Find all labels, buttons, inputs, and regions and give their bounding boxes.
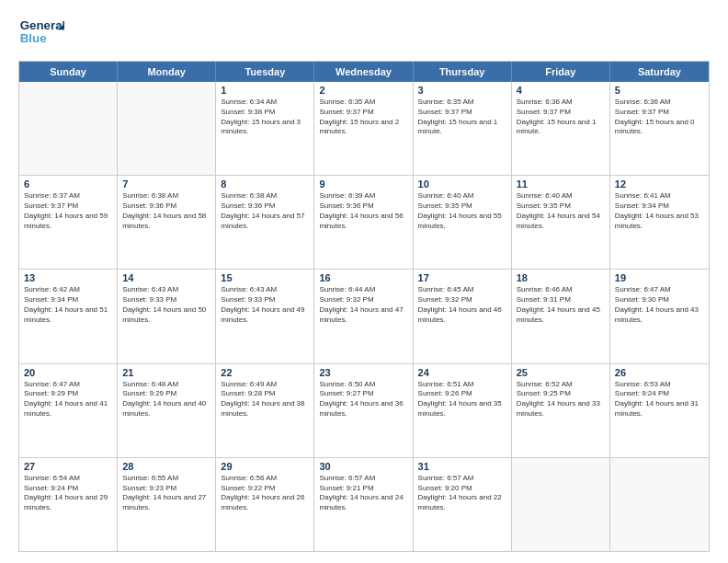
- logo-icon: General Blue: [18, 15, 64, 52]
- day-number: 8: [221, 178, 309, 190]
- day-number: 13: [24, 272, 112, 283]
- empty-cell: [19, 82, 118, 175]
- calendar: SundayMondayTuesdayWednesdayThursdayFrid…: [18, 61, 710, 552]
- empty-cell: [610, 458, 709, 551]
- day-cell-17: 17Sunrise: 6:45 AMSunset: 9:32 PMDayligh…: [414, 270, 512, 362]
- cell-info: Sunrise: 6:48 AMSunset: 9:29 PMDaylight:…: [122, 380, 210, 419]
- cell-info: Sunrise: 6:47 AMSunset: 9:29 PMDaylight:…: [24, 380, 112, 419]
- day-number: 23: [319, 367, 407, 378]
- empty-cell: [118, 82, 216, 175]
- cell-info: Sunrise: 6:36 AMSunset: 9:37 PMDaylight:…: [615, 98, 704, 137]
- empty-cell: [512, 458, 610, 551]
- day-cell-13: 13Sunrise: 6:42 AMSunset: 9:34 PMDayligh…: [19, 270, 118, 362]
- day-cell-24: 24Sunrise: 6:51 AMSunset: 9:26 PMDayligh…: [414, 364, 512, 457]
- calendar-row-4: 27Sunrise: 6:54 AMSunset: 9:24 PMDayligh…: [19, 457, 709, 551]
- day-number: 31: [418, 461, 506, 472]
- day-number: 5: [615, 85, 704, 96]
- cell-info: Sunrise: 6:46 AMSunset: 9:31 PMDaylight:…: [517, 285, 605, 325]
- weekday-header-sunday: Sunday: [19, 62, 118, 82]
- cell-info: Sunrise: 6:57 AMSunset: 9:20 PMDaylight:…: [418, 474, 506, 513]
- cell-info: Sunrise: 6:34 AMSunset: 9:38 PMDaylight:…: [221, 98, 309, 137]
- day-number: 4: [517, 85, 605, 96]
- cell-info: Sunrise: 6:41 AMSunset: 9:34 PMDaylight:…: [615, 191, 704, 231]
- day-cell-18: 18Sunrise: 6:46 AMSunset: 9:31 PMDayligh…: [512, 270, 610, 362]
- day-number: 26: [615, 367, 704, 378]
- day-number: 21: [122, 367, 210, 378]
- weekday-header-thursday: Thursday: [414, 62, 512, 82]
- day-cell-5: 5Sunrise: 6:36 AMSunset: 9:37 PMDaylight…: [610, 82, 709, 175]
- svg-text:Blue: Blue: [20, 31, 47, 45]
- day-cell-3: 3Sunrise: 6:35 AMSunset: 9:37 PMDaylight…: [414, 82, 512, 175]
- cell-info: Sunrise: 6:50 AMSunset: 9:27 PMDaylight:…: [319, 380, 407, 419]
- day-cell-14: 14Sunrise: 6:43 AMSunset: 9:33 PMDayligh…: [118, 270, 216, 362]
- calendar-header: SundayMondayTuesdayWednesdayThursdayFrid…: [19, 62, 709, 82]
- day-number: 22: [221, 367, 309, 378]
- day-number: 30: [319, 461, 407, 472]
- cell-info: Sunrise: 6:37 AMSunset: 9:37 PMDaylight:…: [24, 191, 112, 231]
- cell-info: Sunrise: 6:45 AMSunset: 9:32 PMDaylight:…: [418, 285, 506, 325]
- cell-info: Sunrise: 6:53 AMSunset: 9:24 PMDaylight:…: [615, 380, 704, 419]
- day-cell-6: 6Sunrise: 6:37 AMSunset: 9:37 PMDaylight…: [19, 176, 118, 269]
- cell-info: Sunrise: 6:43 AMSunset: 9:33 PMDaylight:…: [221, 285, 309, 325]
- cell-info: Sunrise: 6:52 AMSunset: 9:25 PMDaylight:…: [517, 380, 605, 419]
- day-number: 2: [319, 85, 407, 96]
- day-cell-28: 28Sunrise: 6:55 AMSunset: 9:23 PMDayligh…: [118, 458, 216, 551]
- day-cell-8: 8Sunrise: 6:38 AMSunset: 9:36 PMDaylight…: [216, 176, 314, 269]
- day-number: 12: [615, 178, 704, 190]
- cell-info: Sunrise: 6:49 AMSunset: 9:28 PMDaylight:…: [221, 380, 309, 419]
- cell-info: Sunrise: 6:42 AMSunset: 9:34 PMDaylight:…: [24, 285, 112, 325]
- day-number: 15: [221, 272, 309, 283]
- day-number: 10: [418, 178, 506, 190]
- day-number: 1: [221, 85, 309, 96]
- weekday-header-wednesday: Wednesday: [314, 62, 413, 82]
- day-cell-11: 11Sunrise: 6:40 AMSunset: 9:35 PMDayligh…: [512, 176, 610, 269]
- day-cell-16: 16Sunrise: 6:44 AMSunset: 9:32 PMDayligh…: [314, 270, 413, 362]
- cell-info: Sunrise: 6:38 AMSunset: 9:36 PMDaylight:…: [221, 191, 309, 231]
- day-number: 19: [615, 272, 704, 283]
- day-number: 29: [221, 461, 309, 472]
- page: General Blue SundayMondayTuesdayWednesda…: [0, 0, 728, 563]
- day-cell-20: 20Sunrise: 6:47 AMSunset: 9:29 PMDayligh…: [19, 364, 118, 457]
- cell-info: Sunrise: 6:54 AMSunset: 9:24 PMDaylight:…: [24, 474, 112, 513]
- header: General Blue: [18, 15, 710, 52]
- cell-info: Sunrise: 6:43 AMSunset: 9:33 PMDaylight:…: [122, 285, 210, 325]
- day-cell-19: 19Sunrise: 6:47 AMSunset: 9:30 PMDayligh…: [610, 270, 709, 362]
- day-number: 18: [517, 272, 605, 283]
- cell-info: Sunrise: 6:39 AMSunset: 9:36 PMDaylight:…: [319, 191, 407, 231]
- cell-info: Sunrise: 6:44 AMSunset: 9:32 PMDaylight:…: [319, 285, 407, 325]
- cell-info: Sunrise: 6:56 AMSunset: 9:22 PMDaylight:…: [221, 474, 309, 513]
- cell-info: Sunrise: 6:57 AMSunset: 9:21 PMDaylight:…: [319, 474, 407, 513]
- cell-info: Sunrise: 6:36 AMSunset: 9:37 PMDaylight:…: [517, 98, 605, 137]
- day-number: 11: [517, 178, 605, 190]
- cell-info: Sunrise: 6:55 AMSunset: 9:23 PMDaylight:…: [122, 474, 210, 513]
- day-number: 7: [122, 178, 210, 190]
- cell-info: Sunrise: 6:51 AMSunset: 9:26 PMDaylight:…: [418, 380, 506, 419]
- day-cell-2: 2Sunrise: 6:35 AMSunset: 9:37 PMDaylight…: [314, 82, 413, 175]
- day-number: 14: [122, 272, 210, 283]
- day-cell-9: 9Sunrise: 6:39 AMSunset: 9:36 PMDaylight…: [314, 176, 413, 269]
- day-cell-22: 22Sunrise: 6:49 AMSunset: 9:28 PMDayligh…: [216, 364, 314, 457]
- calendar-row-1: 6Sunrise: 6:37 AMSunset: 9:37 PMDaylight…: [19, 175, 709, 269]
- day-number: 24: [418, 367, 506, 378]
- cell-info: Sunrise: 6:35 AMSunset: 9:37 PMDaylight:…: [319, 98, 407, 137]
- day-number: 3: [418, 85, 506, 96]
- calendar-row-3: 20Sunrise: 6:47 AMSunset: 9:29 PMDayligh…: [19, 363, 709, 457]
- day-cell-10: 10Sunrise: 6:40 AMSunset: 9:35 PMDayligh…: [414, 176, 512, 269]
- day-cell-29: 29Sunrise: 6:56 AMSunset: 9:22 PMDayligh…: [216, 458, 314, 551]
- day-cell-4: 4Sunrise: 6:36 AMSunset: 9:37 PMDaylight…: [512, 82, 610, 175]
- cell-info: Sunrise: 6:40 AMSunset: 9:35 PMDaylight:…: [517, 191, 605, 231]
- cell-info: Sunrise: 6:38 AMSunset: 9:36 PMDaylight:…: [122, 191, 210, 231]
- day-number: 27: [24, 461, 112, 472]
- day-cell-21: 21Sunrise: 6:48 AMSunset: 9:29 PMDayligh…: [118, 364, 216, 457]
- day-cell-30: 30Sunrise: 6:57 AMSunset: 9:21 PMDayligh…: [314, 458, 413, 551]
- calendar-body: 1Sunrise: 6:34 AMSunset: 9:38 PMDaylight…: [19, 82, 709, 551]
- weekday-header-tuesday: Tuesday: [216, 62, 314, 82]
- day-cell-31: 31Sunrise: 6:57 AMSunset: 9:20 PMDayligh…: [414, 458, 512, 551]
- day-cell-27: 27Sunrise: 6:54 AMSunset: 9:24 PMDayligh…: [19, 458, 118, 551]
- day-cell-26: 26Sunrise: 6:53 AMSunset: 9:24 PMDayligh…: [610, 364, 709, 457]
- day-number: 9: [319, 178, 407, 190]
- calendar-row-0: 1Sunrise: 6:34 AMSunset: 9:38 PMDaylight…: [19, 82, 709, 175]
- day-number: 17: [418, 272, 506, 283]
- weekday-header-monday: Monday: [118, 62, 216, 82]
- logo: General Blue: [18, 15, 64, 52]
